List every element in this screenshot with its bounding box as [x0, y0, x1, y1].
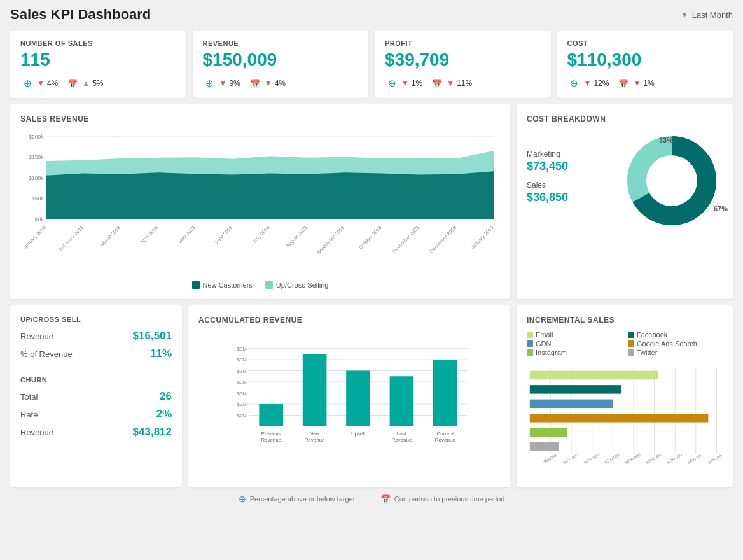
upcross-revenue-label: Revenue [20, 332, 53, 341]
legend-color-facebook [628, 332, 634, 338]
footer-target-icon: ⊕ [239, 494, 246, 504]
legend-color-upcross [265, 281, 273, 289]
accum-chart: $3M$3M$3M$3M$3M$2M$2MPreviousRevenueNewR… [198, 331, 500, 465]
svg-text:$200,000: $200,000 [604, 452, 621, 465]
kpi-metric-calendar-cost: 📅 ▼ 1% [616, 76, 654, 90]
legend-color-twitter [628, 349, 634, 356]
svg-rect-73 [530, 371, 658, 379]
svg-rect-74 [530, 385, 621, 393]
svg-text:$100,000: $100,000 [562, 452, 580, 465]
churn-title: CHURN [20, 376, 172, 384]
legend-label-email: Email [536, 331, 553, 339]
kpi-metric-target-cost: ⊕ ▼ 12% [567, 76, 609, 90]
churn-total-label: Total [20, 392, 38, 402]
svg-text:New: New [310, 431, 320, 437]
footer-target-text: Percentage above or below target [250, 495, 355, 503]
svg-text:$300,000: $300,000 [645, 452, 662, 465]
metric-pct2: 5% [92, 79, 103, 88]
svg-rect-52 [433, 360, 457, 426]
kpi-value-profit: $39,709 [385, 50, 541, 70]
svg-text:January 2019: January 2019 [469, 225, 494, 251]
svg-text:$3M: $3M [237, 368, 247, 374]
svg-text:$150k: $150k [29, 154, 44, 160]
target-icon: ⊕ [20, 76, 34, 90]
svg-rect-41 [259, 404, 283, 426]
legend-upcross: Up/Cross-Selling [265, 281, 329, 289]
kpi-value-sales: 115 [20, 50, 176, 70]
legend-color-new [192, 281, 200, 289]
svg-text:$0k: $0k [35, 216, 45, 223]
svg-text:$450,000: $450,000 [707, 452, 725, 465]
legend-facebook: Facebook [628, 331, 723, 339]
sales-revenue-chart: $200k$150k$100k$50k$0kJanuary 2018Februa… [20, 130, 500, 276]
svg-text:May 2018: May 2018 [177, 225, 197, 245]
filter-label: Last Month [692, 10, 733, 20]
svg-rect-77 [530, 428, 567, 437]
donut-sales-amount: $36,850 [527, 191, 615, 204]
kpi-card-sales: NUMBER OF SALES 115 ⊕ ▼ 4% 📅 ▲ 5% [10, 31, 186, 98]
svg-text:March 2018: March 2018 [99, 225, 122, 248]
legend-gdn: GDN [527, 340, 621, 347]
churn-rev-value: $43,812 [133, 426, 172, 438]
upcross-revenue-value: $16,501 [133, 330, 172, 342]
footer-calendar-icon: 📅 [380, 494, 391, 504]
upcross-revenue-row: Revenue $16,501 [20, 330, 172, 342]
svg-text:July 2018: July 2018 [252, 225, 271, 244]
header: Sales KPI Dashboard ▼ Last Month [10, 6, 733, 23]
donut-marketing: Marketing $73,450 [527, 150, 615, 173]
kpi-metrics-revenue: ⊕ ▼ 9% 📅 ▼ 4% [203, 76, 359, 90]
kpi-card-revenue: REVENUE $150,009 ⊕ ▼ 9% 📅 ▼ 4% [193, 31, 369, 98]
sales-revenue-card: SALES REVENUE $200k$150k$100k$50k$0kJanu… [10, 104, 510, 299]
filter-button[interactable]: ▼ Last Month [681, 10, 733, 20]
donut-chart: 33% 67% [621, 130, 723, 232]
svg-text:Lost: Lost [397, 431, 407, 437]
footer-calendar: 📅 Comparison to previous time period [380, 494, 505, 504]
legend-google-ads: Google Ads Search [628, 340, 723, 347]
bottom-row: UP/CROSS SELL Revenue $16,501 % of Reven… [10, 305, 733, 487]
svg-text:Current: Current [436, 431, 454, 437]
kpi-metrics-cost: ⊕ ▼ 12% 📅 ▼ 1% [567, 76, 723, 90]
svg-text:$50k: $50k [32, 195, 44, 202]
kpi-row: NUMBER OF SALES 115 ⊕ ▼ 4% 📅 ▲ 5% REVENU… [10, 31, 733, 98]
kpi-label-revenue: REVENUE [203, 39, 359, 47]
footer-calendar-text: Comparison to previous time period [394, 495, 505, 503]
kpi-label-sales: NUMBER OF SALES [20, 39, 176, 47]
metric-pct-rev: 9% [229, 79, 240, 88]
kpi-metric-target-rev: ⊕ ▼ 9% [203, 76, 240, 90]
svg-text:$3M: $3M [237, 391, 247, 396]
target-icon-rev: ⊕ [203, 76, 217, 90]
svg-text:February 2018: February 2018 [58, 225, 85, 253]
legend-color-gdn [527, 340, 533, 347]
kpi-metrics-profit: ⊕ ▼ 1% 📅 ▼ 11% [385, 76, 541, 90]
legend-twitter: Twitter [628, 349, 723, 356]
svg-rect-44 [303, 354, 327, 426]
legend-instagram: Instagram [527, 349, 621, 356]
kpi-metric-calendar-prof: 📅 ▼ 11% [430, 76, 472, 90]
metric-pct: 4% [47, 79, 58, 88]
kpi-metric-calendar: 📅 ▲ 5% [66, 76, 103, 90]
metric-direction: ▼ [37, 79, 45, 88]
incr-title: INCREMENTAL SALES [527, 316, 723, 325]
svg-rect-76 [530, 414, 709, 422]
donut-marketing-amount: $73,450 [527, 160, 615, 173]
svg-rect-49 [390, 376, 414, 426]
svg-text:$3M: $3M [237, 357, 247, 363]
metric-pct-cost: 12% [594, 79, 609, 88]
svg-text:Upsell: Upsell [351, 431, 365, 437]
svg-text:April 2018: April 2018 [139, 225, 159, 245]
svg-text:$400,000: $400,000 [686, 452, 704, 465]
kpi-value-cost: $110,300 [567, 50, 723, 70]
kpi-metrics-sales: ⊕ ▼ 4% 📅 ▲ 5% [20, 76, 176, 90]
churn-rate-row: Rate 2% [20, 408, 172, 421]
sales-revenue-legend: New Customers Up/Cross-Selling [20, 281, 500, 289]
svg-text:January 2018: January 2018 [22, 225, 48, 251]
accum-title: ACCUMULATED REVENUE [198, 316, 500, 325]
svg-text:$250,000: $250,000 [625, 452, 642, 465]
kpi-metric-target-prof: ⊕ ▼ 1% [385, 76, 422, 90]
legend-new-customers: New Customers [192, 281, 253, 289]
svg-text:Revenue: Revenue [261, 437, 282, 443]
churn-rev-row: Revenue $43,812 [20, 426, 172, 438]
svg-text:$2M: $2M [237, 413, 247, 419]
metric-direction2: ▲ [82, 79, 90, 88]
incr-legend: Email Facebook GDN Google Ads Search Ins… [527, 331, 723, 356]
